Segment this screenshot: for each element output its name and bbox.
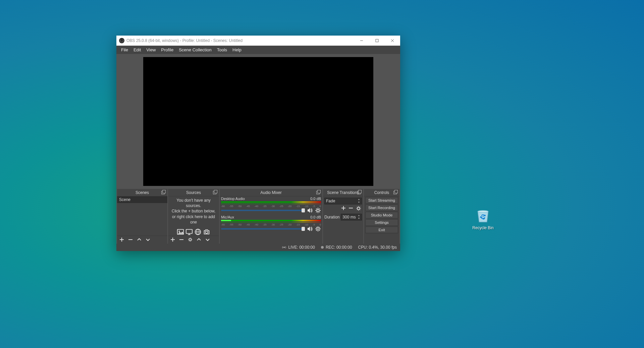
desktop-icon-label: Recycle Bin (470, 226, 496, 230)
source-properties-button[interactable] (187, 237, 193, 242)
recycle-bin-icon (475, 207, 491, 223)
record-dot-icon (321, 246, 324, 249)
spin-up-icon[interactable]: ▲ (357, 198, 361, 201)
start-streaming-button[interactable]: Start Streaming (365, 197, 398, 204)
dock-title-label: Sources (186, 190, 201, 195)
svg-point-21 (317, 209, 319, 212)
maximize-button[interactable] (369, 36, 385, 46)
dock-title-label: Scene Transitions (327, 190, 359, 195)
display-icon (185, 228, 193, 236)
menu-help[interactable]: Help (230, 46, 244, 53)
broadcast-icon (282, 245, 286, 249)
menu-view[interactable]: View (144, 46, 158, 53)
spin-down-icon[interactable]: ▼ (357, 201, 361, 204)
status-cpu: CPU: 0.4%, 30.00 fps (358, 245, 397, 250)
svg-point-9 (179, 231, 180, 232)
sources-empty-text: You don't have any sources. Click the + … (168, 196, 219, 226)
svg-point-20 (189, 239, 191, 241)
move-source-down-button[interactable] (205, 237, 210, 242)
move-scene-down-button[interactable] (145, 237, 151, 242)
popout-icon[interactable] (393, 190, 398, 195)
gear-icon[interactable] (315, 226, 321, 232)
start-recording-button[interactable]: Start Recording (365, 204, 398, 211)
svg-point-0 (478, 210, 488, 212)
dock-scenes: Scenes Scene (117, 189, 167, 244)
spin-up-icon[interactable]: ▲ (357, 214, 361, 217)
dock-title-label: Controls (374, 190, 389, 195)
camera-icon (203, 228, 210, 236)
obs-window: OBS 25.0.8 (64-bit, windows) - Profile: … (116, 36, 400, 251)
dock-title-scenes[interactable]: Scenes (117, 189, 167, 196)
duration-input[interactable]: 300 ms ▲▼ (341, 214, 362, 220)
channel-name: Mic/Aux (221, 215, 234, 219)
duration-label: Duration (324, 215, 339, 219)
dock-title-controls[interactable]: Controls (364, 189, 399, 196)
scene-item[interactable]: Scene (117, 196, 167, 203)
channel-level: 0.0 dB (310, 215, 321, 219)
remove-source-button[interactable] (179, 237, 184, 242)
menubar: File Edit View Profile Scene Collection … (116, 46, 400, 54)
preview-canvas[interactable] (143, 57, 373, 186)
image-icon (177, 228, 184, 236)
titlebar[interactable]: OBS 25.0.8 (64-bit, windows) - Profile: … (116, 36, 400, 46)
add-scene-button[interactable] (119, 237, 124, 242)
minimize-button[interactable] (354, 36, 369, 46)
move-source-up-button[interactable] (196, 237, 202, 242)
svg-point-16 (205, 231, 208, 233)
transition-selected: Fade (326, 199, 335, 203)
remove-scene-button[interactable] (128, 237, 133, 242)
popout-icon[interactable] (357, 190, 362, 195)
transition-select[interactable]: Fade ▲▼ (324, 198, 362, 204)
dock-title-transitions[interactable]: Scene Transitions (323, 189, 363, 196)
scenes-toolbar (117, 236, 167, 244)
speaker-icon[interactable] (307, 226, 313, 232)
sources-hint-icons (168, 228, 219, 236)
audio-meter: -60-55-50-45-40-35-30-25-20-15-10-50 (221, 201, 321, 207)
channel-level: 0.0 dB (310, 197, 321, 201)
gear-icon[interactable] (315, 207, 321, 213)
menu-profile[interactable]: Profile (158, 46, 176, 53)
dock-transitions: Scene Transitions Fade ▲▼ Duration 300 m… (323, 189, 363, 244)
svg-rect-10 (186, 230, 192, 234)
dock-controls: Controls Start Streaming Start Recording… (364, 189, 399, 244)
menu-tools[interactable]: Tools (214, 46, 230, 53)
speaker-icon[interactable] (307, 207, 313, 213)
dock-title-label: Audio Mixer (260, 190, 281, 195)
preview-area (116, 54, 400, 189)
sources-list[interactable]: You don't have any sources. Click the + … (168, 196, 219, 236)
exit-button[interactable]: Exit (365, 227, 398, 233)
add-source-button[interactable] (170, 237, 175, 242)
menu-edit[interactable]: Edit (131, 46, 144, 53)
popout-icon[interactable] (213, 190, 218, 195)
settings-button[interactable]: Settings (365, 219, 398, 226)
channel-name: Desktop Audio (221, 197, 245, 201)
obs-icon (119, 38, 124, 43)
desktop-icon-recycle-bin[interactable]: Recycle Bin (470, 207, 496, 230)
close-button[interactable] (385, 36, 400, 46)
popout-icon[interactable] (316, 190, 321, 195)
mixer-channel: Mic/Aux0.0 dB -60-55-50-45-40-35-30-25-2… (220, 215, 322, 233)
svg-point-27 (283, 247, 285, 248)
status-rec: REC: 00:00:00 (321, 245, 352, 250)
volume-slider[interactable] (221, 210, 305, 211)
duration-value: 300 ms (342, 215, 356, 219)
spin-down-icon[interactable]: ▼ (357, 217, 361, 220)
add-transition-button[interactable] (341, 206, 346, 212)
window-title: OBS 25.0.8 (64-bit, windows) - Profile: … (126, 38, 354, 43)
transition-properties-button[interactable] (356, 206, 361, 212)
dock-title-mixer[interactable]: Audio Mixer (220, 189, 322, 196)
mixer-channel: Desktop Audio0.0 dB -60-55-50-45-40-35-3… (220, 196, 322, 215)
svg-rect-2 (376, 39, 378, 42)
dock-title-label: Scenes (136, 190, 149, 195)
sources-toolbar (168, 236, 219, 244)
move-scene-up-button[interactable] (137, 237, 142, 242)
menu-file[interactable]: File (118, 46, 131, 53)
volume-slider[interactable] (221, 228, 305, 230)
remove-transition-button[interactable] (348, 206, 353, 212)
studio-mode-button[interactable]: Studio Mode (365, 212, 398, 218)
svg-point-22 (317, 228, 319, 230)
menu-scene-collection[interactable]: Scene Collection (176, 46, 214, 53)
popout-icon[interactable] (161, 190, 166, 195)
statusbar: LIVE: 00:00:00 REC: 00:00:00 CPU: 0.4%, … (116, 244, 400, 251)
dock-title-sources[interactable]: Sources (168, 189, 219, 196)
